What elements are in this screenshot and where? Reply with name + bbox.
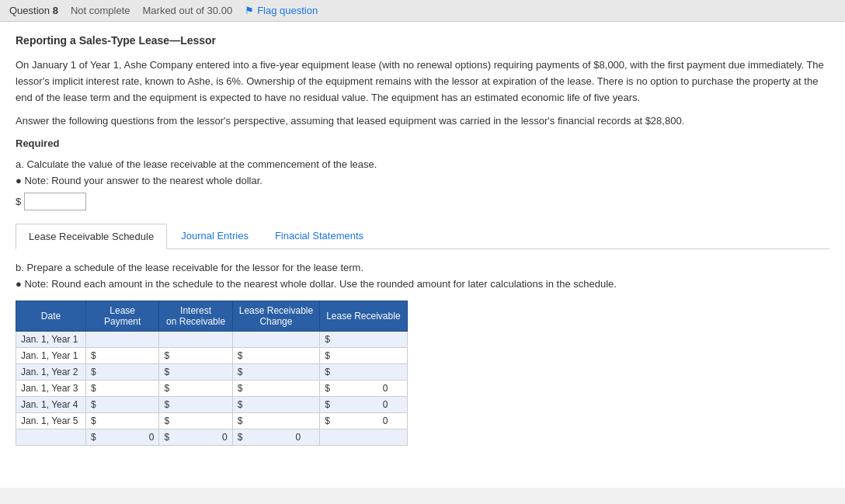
section-b-text: b. Prepare a schedule of the lease recei…: [16, 262, 829, 273]
dollar-sign-a: $: [16, 196, 21, 207]
th-date: Date: [16, 301, 86, 332]
date-cell: Jan. 1, Year 5: [16, 413, 86, 429]
interest-input-r2[interactable]: [171, 350, 217, 361]
payment-cell: $: [86, 381, 159, 397]
description-1: On January 1 of Year 1, Ashe Company ent…: [16, 57, 829, 106]
total-label-cell: [16, 429, 86, 446]
question-number: 8: [53, 5, 58, 16]
total-interest-zero: 0: [219, 432, 228, 443]
static-zero-r5: 0: [380, 399, 388, 410]
th-lease-payment: LeasePayment: [86, 301, 159, 332]
date-cell: Jan. 1, Year 1: [16, 348, 86, 364]
change-input-r4[interactable]: [244, 383, 290, 394]
payment-input-r3[interactable]: [98, 367, 144, 377]
tab-journal-entries[interactable]: Journal Entries: [169, 224, 261, 249]
static-zero-r4: 0: [380, 383, 388, 394]
table-row: Jan. 1, Year 1 $: [16, 332, 408, 348]
interest-cell: $: [159, 397, 232, 413]
interest-input-r3[interactable]: [171, 367, 217, 377]
payment-cell: $: [86, 413, 159, 429]
change-cell: $: [232, 397, 319, 413]
interest-cell: [159, 332, 232, 348]
date-cell: Jan. 1, Year 1: [16, 332, 86, 348]
change-cell: $: [232, 413, 319, 429]
page-title: Reporting a Sales-Type Lease—Lessor: [16, 34, 829, 47]
table-row: Jan. 1, Year 5 $ $ $: [16, 413, 408, 429]
question-status: Not complete: [71, 5, 130, 16]
total-payment-cell: $ 0: [86, 429, 159, 446]
note-b: ● Note: Round each amount in the schedul…: [16, 278, 829, 290]
payment-input-r5[interactable]: [98, 399, 144, 410]
receivable-input-r5[interactable]: [332, 399, 378, 410]
change-cell: $: [232, 348, 319, 364]
receivable-cell: $: [320, 364, 407, 381]
payment-input-r6[interactable]: [98, 415, 144, 426]
total-receivable-cell: [320, 429, 407, 446]
answer-a-row: $: [16, 193, 829, 210]
interest-input-r4[interactable]: [171, 383, 217, 394]
top-bar: Question 8 Not complete Marked out of 30…: [0, 0, 845, 22]
section-b: b. Prepare a schedule of the lease recei…: [16, 262, 829, 290]
receivable-input-r1[interactable]: [332, 334, 378, 345]
change-input-r2[interactable]: [244, 350, 290, 361]
total-row: $ 0 $ 0 $ 0: [16, 429, 408, 446]
required-label: Required: [16, 137, 829, 149]
receivable-cell: $: [320, 332, 407, 348]
change-input-r6[interactable]: [244, 415, 290, 426]
lease-receivable-table: Date LeasePayment Intereston Receivable …: [16, 301, 408, 446]
question-label: Question 8: [9, 5, 58, 16]
total-payment-input[interactable]: [98, 432, 144, 443]
total-interest-cell: $ 0: [159, 429, 232, 446]
payment-input-r4[interactable]: [98, 383, 144, 394]
total-change-cell: $ 0: [232, 429, 319, 446]
flag-icon: ⚑: [245, 5, 254, 16]
change-cell: $: [232, 381, 319, 397]
receivable-input-r4[interactable]: [332, 383, 378, 394]
change-cell: $: [232, 364, 319, 381]
payment-cell: $: [86, 397, 159, 413]
note-a: ● Note: Round your answer to the nearest…: [16, 175, 829, 186]
change-input-r3[interactable]: [244, 367, 290, 377]
marked-out: Marked out of 30.00: [143, 5, 233, 16]
receivable-cell: $: [320, 348, 407, 364]
question-a-section: a. Calculate the value of the lease rece…: [16, 158, 829, 210]
change-input-r5[interactable]: [244, 399, 290, 410]
tabs-container: Lease Receivable Schedule Journal Entrie…: [16, 223, 829, 249]
total-change-input[interactable]: [244, 432, 290, 443]
th-lr-change: Lease ReceivableChange: [232, 301, 319, 332]
total-interest-input[interactable]: [171, 432, 217, 443]
interest-input-r6[interactable]: [171, 415, 217, 426]
payment-cell: $: [86, 364, 159, 381]
interest-cell: $: [159, 348, 232, 364]
table-row: Jan. 1, Year 1 $ $ $: [16, 348, 408, 364]
receivable-cell: $ 0: [320, 381, 407, 397]
interest-cell: $: [159, 364, 232, 381]
interest-cell: $: [159, 381, 232, 397]
th-interest: Intereston Receivable: [159, 301, 232, 332]
description-2: Answer the following questions from the …: [16, 113, 829, 130]
payment-cell: $: [86, 348, 159, 364]
interest-input-r5[interactable]: [171, 399, 217, 410]
receivable-cell: $ 0: [320, 397, 407, 413]
question-a-text: a. Calculate the value of the lease rece…: [16, 158, 829, 170]
date-cell: Jan. 1, Year 3: [16, 381, 86, 397]
receivable-input-r2[interactable]: [332, 350, 378, 361]
total-payment-zero: 0: [146, 432, 155, 443]
date-cell: Jan. 1, Year 2: [16, 364, 86, 381]
total-change-zero: 0: [292, 432, 301, 443]
table-row: Jan. 1, Year 3 $ $ $: [16, 381, 408, 397]
payment-cell: [86, 332, 159, 348]
tab-lease-receivable-schedule[interactable]: Lease Receivable Schedule: [16, 224, 167, 249]
payment-input-r2[interactable]: [98, 350, 144, 361]
main-content: Reporting a Sales-Type Lease—Lessor On J…: [0, 22, 845, 488]
static-zero-r6: 0: [380, 415, 388, 426]
table-row: Jan. 1, Year 2 $ $ $: [16, 364, 408, 381]
flag-question[interactable]: ⚑ Flag question: [245, 5, 318, 16]
change-cell: [232, 332, 319, 348]
tab-financial-statements[interactable]: Finacial Statements: [263, 224, 376, 249]
answer-a-input[interactable]: [24, 193, 86, 210]
receivable-input-r3[interactable]: [332, 367, 378, 377]
interest-cell: $: [159, 413, 232, 429]
receivable-input-r6[interactable]: [332, 415, 378, 426]
th-lr-balance: Lease Receivable: [320, 301, 407, 332]
